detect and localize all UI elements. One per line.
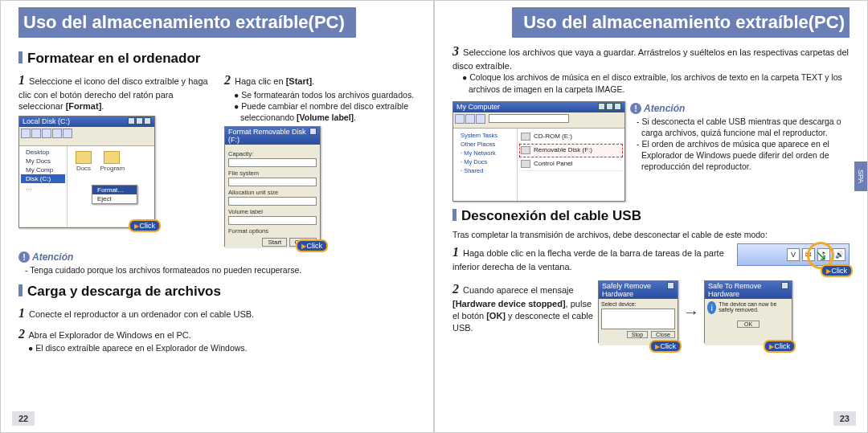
list-item-removable[interactable]: Removable Disk (F:) [519, 144, 623, 157]
step-number-2: 2 [452, 282, 459, 296]
tray-icon[interactable]: V [787, 248, 800, 261]
ctx-format[interactable]: Format… [92, 186, 137, 194]
cont-step3: 3 Seleccione los archivos que vaya a gua… [452, 43, 850, 71]
step-number-2: 2 [224, 73, 231, 87]
page-22-content: Formatear en el ordenador 1 Seleccione e… [1, 51, 433, 354]
label-capacity: Capacity: [228, 150, 317, 157]
page-title-left: Uso del almacenamiento extraíble(PC) [12, 7, 356, 38]
format-step1-bold: [Format] [66, 101, 102, 111]
window-controls [309, 128, 317, 144]
window-controls [597, 103, 621, 112]
capacity-select[interactable] [228, 158, 317, 167]
drive-icon [521, 133, 530, 141]
desconexion-step1: 1 Haga doble clic en la flecha verde de … [452, 243, 732, 272]
explorer2-title: My Computer [457, 103, 500, 112]
atencion-heading: !Atención [18, 251, 416, 263]
alloc-select[interactable] [228, 197, 317, 206]
folder-tree: DesktopMy DocsMy CompDisk (C:)… [19, 146, 68, 227]
ok-button[interactable]: OK [737, 321, 760, 328]
explorer2-titlebar: My Computer [453, 102, 624, 112]
cont-step3-body: Seleccione los archivos que vaya a guard… [452, 47, 849, 71]
folder-icon: Docs [72, 151, 95, 172]
safely-remove-dialog: Safely Remove Hardware Select device: St… [598, 280, 678, 343]
explorer2-toolbar [453, 112, 624, 129]
page-title-right: Uso del almacenamiento extraíble(PC) [512, 7, 856, 38]
heading-carga: Carga y descarga de archivos [18, 284, 416, 300]
stopdlg-titlebar: Safely Remove Hardware [599, 281, 678, 299]
cont-bullet1: ● Coloque los archivos de música en el d… [462, 71, 850, 94]
carga-step2-bullet: ● El disco extraíble aparece en el Explo… [28, 342, 416, 353]
list-item[interactable]: Control Panel [519, 157, 623, 171]
stopdlg2-wrapper: Safe To Remove Hardware i The device can… [704, 280, 792, 343]
format-dialog-titlebar: Format Removable Disk (F:) [225, 127, 320, 145]
window-controls [127, 117, 151, 126]
stopdlg2-titlebar: Safe To Remove Hardware [705, 281, 792, 299]
address-bar[interactable] [489, 114, 569, 123]
explorer2-fileslist: CD-ROM (E:) Removable Disk (F:) Control … [518, 129, 624, 201]
format-steps-row: 1 Seleccione el icono del disco extraíbl… [18, 71, 416, 247]
label-options: Format options [228, 227, 317, 235]
stopdlg-body: Select device: Stop Close [599, 299, 678, 345]
format-step2-text: 2 Haga clic en [Start]. [224, 71, 416, 89]
stop-button[interactable]: Stop [627, 331, 648, 338]
safe-to-remove-dialog: Safe To Remove Hardware i The device can… [704, 280, 792, 343]
click-badge: Click [764, 340, 796, 353]
explorer-titlebar: Local Disk (C:) [19, 116, 154, 127]
desconexion-step2-row: 2 Cuando aparece el mensaje [Hardware de… [452, 280, 850, 343]
format-step1-body: Seleccione el icono del disco extraíble … [18, 76, 208, 111]
list-item[interactable]: CD-ROM (E:) [519, 130, 623, 144]
exclamation-icon: ! [18, 251, 30, 263]
heading-desconexion-text: Desconexión del cable USB [461, 208, 641, 223]
format-step1-after: . [101, 101, 104, 111]
explorer2-sidepanel: System TasksOther Places· My Network· My… [453, 129, 518, 201]
label-volume: Volume label [228, 208, 317, 215]
close-button[interactable]: Close [651, 331, 675, 338]
format-step2-after: . [312, 76, 314, 86]
desconexion-step1-row: 1 Haga doble clic en la flecha verde de … [452, 243, 850, 272]
click-badge: Click [129, 219, 162, 232]
drive-icon [521, 146, 530, 154]
heading-bar-icon [18, 51, 23, 63]
folder-icon: Program [100, 151, 123, 172]
side-tab-spa: SPA [854, 161, 867, 191]
heading-bar-icon [452, 209, 457, 221]
format-step2-bold: [Start] [286, 76, 312, 86]
page-22: Uso del almacenamiento extraíble(PC) For… [0, 0, 434, 433]
heading-carga-text: Carga y descarga de archivos [27, 284, 221, 299]
volume-input[interactable] [228, 216, 317, 225]
step-number-1: 1 [452, 245, 459, 259]
tray-icon[interactable]: 🔊 [833, 248, 845, 261]
page-number-22: 22 [12, 411, 35, 426]
explorer-title-text: Local Disk (C:) [23, 117, 70, 126]
atencion-line: - Tenga cuidado porque los archivos form… [25, 264, 416, 276]
filesystem-select[interactable] [228, 178, 317, 186]
page-23-content: 3 Seleccione los archivos que vaya a gua… [435, 43, 867, 343]
start-button[interactable]: Start [262, 238, 287, 247]
page-number-23: 23 [833, 411, 856, 426]
drive-icon [521, 160, 530, 168]
step-number-2: 2 [18, 327, 25, 341]
desconexion-step1-body: Haga doble clic en la flecha verde de la… [452, 248, 724, 272]
system-tray: V ✉ ⇡ 🔊 ↘ [737, 243, 850, 266]
device-list[interactable] [601, 308, 675, 329]
explorer2-window: My Computer System TasksOther Places· My… [452, 101, 625, 202]
atencion-line-1: - Si desconecta el cable USB mientras qu… [637, 116, 850, 138]
format-dialog: Format Removable Disk (F:) Capacity: Fil… [224, 126, 321, 247]
heading-formatear-text: Formatear en el ordenador [27, 51, 200, 66]
format-step-1: 1 Seleccione el icono del disco extraíbl… [18, 71, 210, 247]
click-badge: Click [649, 340, 682, 353]
format-step2-bullet1: ● Se formatearán todos los archivos guar… [234, 89, 416, 100]
stopdlg2-message: The device can now be safely removed. [719, 301, 789, 314]
atencion-block: !Atención - Si desconecta el cable USB m… [630, 98, 850, 173]
exclamation-icon: ! [630, 103, 641, 114]
ctx-eject[interactable]: Eject [92, 194, 137, 203]
carga-step2-body: Abra el Explorador de Windows en el PC. [28, 330, 190, 340]
label-filesystem: File system [228, 170, 317, 177]
step-number-1: 1 [18, 306, 25, 320]
desconexion-intro: Tras completar la transmisión de archivo… [452, 229, 850, 240]
stopdlg2-body: i The device can now be safely removed. … [705, 299, 792, 345]
desconexion-step2: 2 Cuando aparece el mensaje [Hardware de… [452, 280, 593, 333]
heading-bar-icon [18, 284, 23, 296]
heading-formatear: Formatear en el ordenador [18, 51, 416, 67]
carga-step1-body: Conecte el reproductor a un ordenador co… [29, 309, 254, 319]
